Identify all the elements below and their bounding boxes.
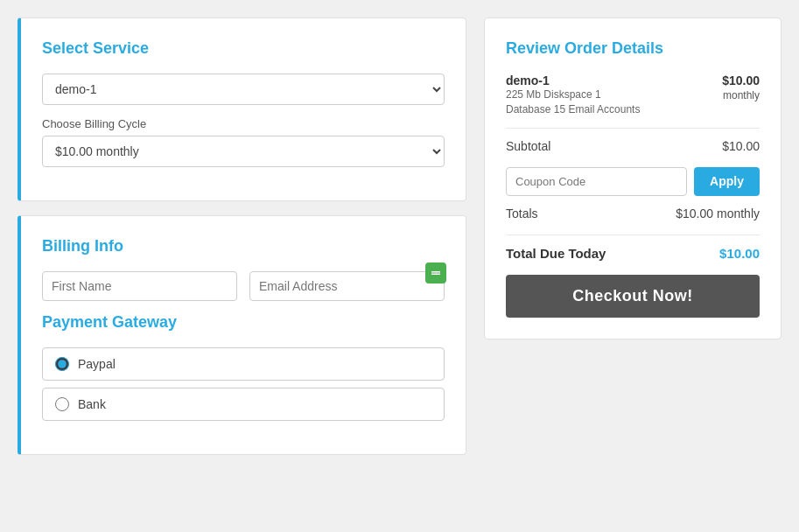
order-review-card: Review Order Details demo-1 225 Mb Disks… <box>484 18 781 340</box>
payment-options: Paypal Bank <box>42 347 445 421</box>
select-service-card: Select Service demo-1 demo-2 demo-3 Choo… <box>18 18 466 201</box>
totals-row: Totals $10.00 monthly <box>506 206 760 220</box>
order-item-row: demo-1 225 Mb Diskspace 1 Database 15 Em… <box>506 74 760 117</box>
svg-rect-0 <box>430 267 442 279</box>
subtotal-row: Subtotal $10.00 <box>506 139 760 153</box>
payment-gateway-title: Payment Gateway <box>42 313 445 332</box>
order-item-info: demo-1 225 Mb Diskspace 1 Database 15 Em… <box>506 74 646 117</box>
billing-info-title: Billing Info <box>42 237 445 256</box>
bank-option[interactable]: Bank <box>42 388 445 421</box>
svg-rect-1 <box>431 271 440 273</box>
svg-rect-2 <box>431 274 440 276</box>
divider-2 <box>506 234 760 235</box>
totals-value: $10.00 monthly <box>676 206 760 220</box>
emoji-badge <box>425 262 446 284</box>
totals-label: Totals <box>506 206 538 220</box>
total-due-value: $10.00 <box>719 246 760 261</box>
divider-1 <box>506 128 760 129</box>
apply-button[interactable]: Apply <box>694 167 760 196</box>
bank-label: Bank <box>78 397 106 411</box>
first-name-input[interactable] <box>42 271 237 301</box>
paypal-option[interactable]: Paypal <box>42 347 445 381</box>
fields-row <box>42 271 445 301</box>
billing-info-card: Billing Info Payment Gateway <box>18 215 466 455</box>
name-email-group <box>42 271 445 301</box>
subtotal-label: Subtotal <box>506 139 550 153</box>
bank-radio[interactable] <box>55 397 69 411</box>
order-item-description: 225 Mb Diskspace 1 Database 15 Email Acc… <box>506 88 646 117</box>
order-item-price: $10.00 monthly <box>722 74 760 117</box>
order-review-title: Review Order Details <box>506 39 760 58</box>
email-input[interactable] <box>249 271 445 301</box>
total-due-label: Total Due Today <box>506 246 606 261</box>
coupon-row: Apply <box>506 167 760 196</box>
service-select-group: demo-1 demo-2 demo-3 <box>42 74 445 105</box>
service-select[interactable]: demo-1 demo-2 demo-3 <box>42 74 445 105</box>
order-item-name: demo-1 <box>506 74 646 88</box>
billing-cycle-label: Choose Billing Cycle <box>42 117 445 130</box>
subtotal-value: $10.00 <box>722 139 760 153</box>
order-price-value: $10.00 <box>722 74 760 88</box>
total-due-row: Total Due Today $10.00 <box>506 246 760 261</box>
select-service-title: Select Service <box>42 39 445 58</box>
order-price-cycle: monthly <box>723 89 760 102</box>
paypal-radio[interactable] <box>55 357 69 371</box>
coupon-input[interactable] <box>506 167 687 196</box>
paypal-label: Paypal <box>78 357 116 371</box>
billing-cycle-group: Choose Billing Cycle $10.00 monthly $100… <box>42 117 445 167</box>
billing-cycle-select[interactable]: $10.00 monthly $100.00 yearly <box>42 136 445 167</box>
checkout-button[interactable]: Checkout Now! <box>506 275 760 318</box>
